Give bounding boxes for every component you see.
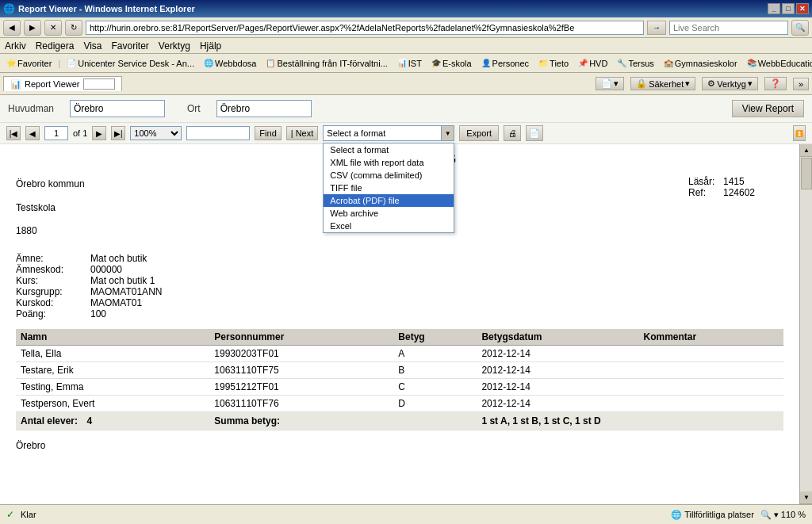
- tools-tool[interactable]: ⚙ Verktyg ▾: [702, 77, 758, 90]
- bm-bestallning-icon: 📋: [266, 59, 275, 67]
- ie-toolbar: 📊 Report Viewer 📄 ▾ 🔒 Säkerhet ▾ ⚙ Verkt…: [0, 73, 812, 95]
- prev-page-button[interactable]: ◀: [25, 126, 40, 140]
- bm-ist[interactable]: 📊 IST: [394, 58, 425, 69]
- collapse-button[interactable]: ⏫: [793, 125, 806, 141]
- format-option-excel[interactable]: Excel: [324, 220, 454, 232]
- view-report-button[interactable]: View Report: [732, 100, 804, 117]
- chevrons-tool[interactable]: »: [793, 78, 809, 90]
- menu-arkiv[interactable]: Arkiv: [5, 40, 26, 52]
- bm-bestallning-label: Beställning från IT-förvaltni...: [277, 59, 387, 68]
- cell-personnummer-2: 19951212TF01: [209, 378, 393, 395]
- forward-button[interactable]: ▶: [24, 20, 41, 36]
- school-org: Örebro kommun: [16, 176, 162, 193]
- maximize-button[interactable]: □: [782, 3, 795, 14]
- report-tab-input: [83, 78, 115, 90]
- report-footer: Örebro: [16, 440, 783, 451]
- grades-table: Namn Personnummer Betyg Betygsdatum Komm…: [16, 329, 783, 430]
- bm-tieto[interactable]: 📁 Tieto: [535, 58, 572, 69]
- go-button[interactable]: →: [647, 21, 666, 35]
- bm-webbdosa-label: Webbdosa: [215, 59, 256, 68]
- minimize-button[interactable]: _: [768, 3, 780, 14]
- menu-verktyg[interactable]: Verktyg: [159, 40, 190, 52]
- stop-button[interactable]: ✕: [44, 20, 62, 36]
- zoom-icon: 🔍: [760, 510, 772, 520]
- nav-toolbar: |◀ ◀ of 1 ▶ ▶| 100% 75% 50% 150% Find | …: [0, 123, 812, 144]
- cell-namn-1: Testare, Erik: [16, 361, 209, 378]
- format-option-xml[interactable]: XML file with report data: [324, 156, 454, 169]
- col-kommentar: Kommentar: [639, 329, 783, 346]
- format-select-display[interactable]: Select a format: [323, 125, 442, 141]
- zoom-item[interactable]: 🔍 ▾ 110 %: [760, 510, 806, 520]
- menu-hjalp[interactable]: Hjälp: [200, 40, 221, 52]
- kurskod-value: MAOMAT01: [90, 297, 142, 308]
- menu-favoriter[interactable]: Favoriter: [112, 40, 149, 52]
- zoom-select[interactable]: 100% 75% 50% 150%: [130, 126, 182, 140]
- format-option-web[interactable]: Web archive: [324, 207, 454, 220]
- bm-hvd-label: HVD: [589, 59, 607, 68]
- next-page-button[interactable]: ▶: [92, 126, 106, 140]
- bm-tersus[interactable]: 🔧 Tersus: [614, 58, 657, 69]
- report-tab-label: Report Viewer: [25, 79, 80, 89]
- format-option-pdf[interactable]: Acrobat (PDF) file: [324, 194, 454, 207]
- bm-gymnasieskolor[interactable]: 🏫 Gymnasieskolor: [661, 58, 741, 69]
- status-right: 🌐 Tillförlitliga platser 🔍 ▾ 110 %: [671, 510, 806, 520]
- scroll-up-button[interactable]: ▲: [800, 144, 812, 157]
- bm-tersus-label: Tersus: [628, 59, 653, 68]
- trusted-sites-item[interactable]: 🌐 Tillförlitliga platser: [671, 510, 754, 520]
- bm-unicenter[interactable]: 📄 Unicenter Service Desk - An...: [63, 58, 197, 69]
- format-option-tiff[interactable]: TIFF file: [324, 182, 454, 194]
- find-input[interactable]: [186, 126, 250, 140]
- format-option-default[interactable]: Select a format: [324, 143, 454, 156]
- page-tool[interactable]: 📄 ▾: [596, 77, 624, 90]
- bm-bestallning[interactable]: 📋 Beställning från IT-förvaltni...: [262, 58, 390, 69]
- kursgrupp-row: Kursgrupp: MAOMAT01ANN: [16, 286, 162, 297]
- ort-input[interactable]: [216, 100, 312, 117]
- col-betyg: Betyg: [393, 329, 477, 346]
- table-row: Testare, Erik 10631110TF75 B 2012-12-14: [16, 361, 783, 378]
- back-button[interactable]: ◀: [3, 20, 21, 36]
- scroll-thumb[interactable]: [801, 158, 812, 189]
- address-input[interactable]: [86, 21, 644, 35]
- help-tool[interactable]: ❓: [764, 77, 787, 90]
- amneskod-value: 000000: [90, 264, 122, 275]
- huvudman-input[interactable]: [70, 100, 165, 117]
- bm-webbeducation-label: WebbEducation: [758, 59, 812, 68]
- export-button[interactable]: Export: [459, 125, 499, 141]
- summary-row: Antal elever: 4 Summa betyg: 1 st A, 1 s…: [16, 411, 783, 430]
- vertical-scrollbar[interactable]: ▲ ▼: [799, 144, 812, 504]
- format-dropdown-button[interactable]: ▼: [442, 125, 454, 141]
- menu-visa[interactable]: Visa: [83, 40, 102, 52]
- bm-webbeducation[interactable]: 📚 WebbEducation: [744, 58, 812, 69]
- format-option-csv[interactable]: CSV (comma delimited): [324, 169, 454, 182]
- print-icon-button[interactable]: 🖨: [504, 125, 521, 141]
- bm-eskola[interactable]: 🎓 E-skola: [428, 58, 475, 69]
- bm-personec[interactable]: 👤 Personec: [478, 58, 532, 69]
- poang-row: Poäng: 100: [16, 308, 162, 319]
- first-page-button[interactable]: |◀: [6, 126, 21, 140]
- cell-kommentar-3: [639, 395, 783, 411]
- table-row: Testing, Emma 19951212TF01 C 2012-12-14: [16, 378, 783, 395]
- refresh-button[interactable]: ↻: [65, 20, 82, 36]
- report-viewer-tab[interactable]: 📊 Report Viewer: [3, 76, 122, 91]
- search-button[interactable]: 🔍: [791, 20, 809, 36]
- safety-tool[interactable]: 🔒 Säkerhet ▾: [630, 77, 695, 90]
- kursgrupp-label: Kursgrupp:: [16, 286, 87, 297]
- close-button[interactable]: ✕: [796, 3, 809, 14]
- bm-webbdosa[interactable]: 🌐 Webbdosa: [201, 58, 259, 69]
- bm-webbdosa-icon: 🌐: [204, 59, 213, 67]
- status-text: Klar: [21, 510, 36, 519]
- last-page-button[interactable]: ▶|: [111, 126, 125, 140]
- scroll-down-button[interactable]: ▼: [800, 491, 812, 504]
- find-button[interactable]: Find: [255, 126, 281, 140]
- zoom-value: ▾: [774, 510, 779, 520]
- huvudman-label: Huvudman: [8, 103, 54, 114]
- bm-favoriter[interactable]: ⭐ Favoriter: [3, 58, 55, 69]
- search-input[interactable]: [669, 21, 788, 35]
- print-layout-button[interactable]: 📄: [526, 125, 543, 141]
- page-input[interactable]: [44, 126, 68, 140]
- scroll-track[interactable]: [800, 157, 812, 491]
- menu-redigera[interactable]: Redigera: [36, 40, 75, 52]
- report-right-info: Läsår: 1415 Ref: 124602: [688, 176, 783, 319]
- next-button[interactable]: | Next: [286, 126, 319, 140]
- bm-hvd[interactable]: 📌 HVD: [575, 58, 611, 69]
